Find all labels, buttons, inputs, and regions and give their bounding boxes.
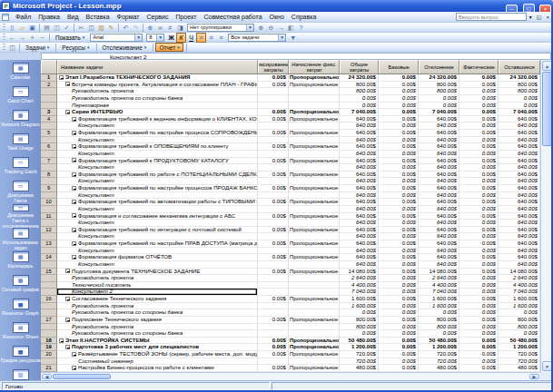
total-cost-cell[interactable]: 0.00$ <box>340 330 379 338</box>
sidebar-item-task-usage-ru[interactable]: ▤Использование задач <box>0 228 41 251</box>
fixed-cost-cell[interactable]: 0.00$ <box>258 338 289 345</box>
row-number-cell[interactable]: 13 <box>41 240 57 248</box>
fixed-cost-cell[interactable]: 0.00$ <box>258 351 289 358</box>
row-number-cell[interactable]: 20 <box>41 351 57 358</box>
fixed-cost-cell[interactable] <box>258 282 289 289</box>
accrual-cell[interactable] <box>289 309 340 317</box>
task-name-cell[interactable]: Формализация требований по интеграции с … <box>57 227 258 234</box>
rem-cost-cell[interactable]: 720.00$ <box>499 358 540 366</box>
base-cost-cell[interactable]: 0.00$ <box>379 88 419 95</box>
var-cost-cell[interactable]: 640.00$ <box>419 137 459 144</box>
base-cost-cell[interactable]: 0.00$ <box>379 82 419 89</box>
total-cost-cell[interactable]: 640.00$ <box>340 227 379 234</box>
total-cost-cell[interactable]: 24 320.00$ <box>340 74 379 82</box>
base-cost-cell[interactable]: 0.00$ <box>379 233 419 240</box>
horizontal-scrollbar[interactable]: ◀ ▶ <box>41 372 540 380</box>
var-cost-cell[interactable]: 0.00$ <box>419 330 459 338</box>
rem-cost-cell[interactable]: 640.00$ <box>499 151 540 158</box>
row-number-cell[interactable]: 16 <box>41 296 57 303</box>
toolbar-grip[interactable] <box>3 44 5 52</box>
fixed-cost-cell[interactable] <box>258 303 289 310</box>
base-cost-cell[interactable]: 0.00$ <box>379 164 419 172</box>
base-cost-cell[interactable]: 0.00$ <box>379 227 419 234</box>
fixed-cost-cell[interactable]: 0.00$ <box>258 109 289 116</box>
guide-button-tasks[interactable]: Задачи▾ <box>22 43 53 52</box>
row-number-cell[interactable] <box>41 192 57 200</box>
base-cost-cell[interactable]: 0.00$ <box>379 178 419 185</box>
row-number-cell[interactable] <box>41 330 57 338</box>
scroll-right-icon[interactable]: ▶ <box>529 374 539 379</box>
var-cost-cell[interactable]: 4 400.00$ <box>419 282 459 289</box>
base-cost-cell[interactable]: 0.00$ <box>379 309 419 317</box>
rem-cost-cell[interactable]: 640.00$ <box>499 158 540 165</box>
fact-cost-cell[interactable]: 0.00$ <box>459 213 499 220</box>
base-cost-cell[interactable]: 0.00$ <box>379 365 419 372</box>
accrual-cell[interactable] <box>289 324 340 331</box>
total-cost-cell[interactable]: 640.00$ <box>340 116 379 123</box>
row-number-cell[interactable]: 18 <box>41 338 57 345</box>
fact-cost-cell[interactable]: 0.00$ <box>459 338 499 345</box>
accrual-cell[interactable] <box>289 248 340 255</box>
sidebar-item-gantt-tracking-ru[interactable]: ▭Диаграмма Ганта с отслеживанием <box>0 204 41 228</box>
task-name-cell[interactable]: Руководитель проекта со стороны банка <box>57 95 258 103</box>
redo-icon[interactable]: ↷ <box>131 23 141 33</box>
fixed-cost-cell[interactable] <box>258 309 289 317</box>
rem-cost-cell[interactable]: 800.00$ <box>499 88 540 95</box>
rem-cost-cell[interactable]: 640.00$ <box>499 261 540 269</box>
italic-button[interactable]: К <box>176 33 186 43</box>
fixed-cost-cell[interactable] <box>258 137 289 144</box>
total-cost-cell[interactable]: 640.00$ <box>340 206 379 213</box>
task-name-cell[interactable]: Согласование Технического задания <box>57 296 258 303</box>
row-number-cell[interactable] <box>41 151 57 158</box>
accrual-cell[interactable]: Пропорциональное <box>289 185 340 192</box>
fixed-cost-cell[interactable]: 0.00$ <box>258 317 289 324</box>
accrual-cell[interactable]: Пропорциональное <box>289 338 340 345</box>
row-number-cell[interactable]: 21 <box>41 365 57 372</box>
task-name-cell[interactable]: Консультант 2 <box>57 289 258 296</box>
fixed-cost-cell[interactable] <box>258 261 289 269</box>
fact-cost-cell[interactable]: 0.00$ <box>459 317 499 324</box>
menu-item-help[interactable]: Справка <box>288 12 320 22</box>
base-cost-cell[interactable]: 0.00$ <box>379 95 419 103</box>
rem-cost-cell[interactable]: 640.00$ <box>499 248 540 255</box>
base-cost-cell[interactable]: 0.00$ <box>379 74 419 82</box>
var-cost-cell[interactable]: 640.00$ <box>419 164 459 172</box>
collapse-icon[interactable] <box>65 269 70 273</box>
rem-cost-cell[interactable]: 640.00$ <box>499 164 540 172</box>
fact-cost-cell[interactable]: 0.00$ <box>459 351 499 358</box>
base-cost-cell[interactable]: 0.00$ <box>379 109 419 116</box>
var-cost-cell[interactable]: 640.00$ <box>419 213 459 220</box>
rem-cost-cell[interactable]: 640.00$ <box>499 227 540 234</box>
fixed-cost-cell[interactable]: 0.00$ <box>258 254 289 261</box>
print-icon[interactable]: ▤ <box>42 23 52 33</box>
row-number-cell[interactable] <box>41 324 57 331</box>
rem-cost-cell[interactable]: 0.00$ <box>499 309 540 317</box>
total-cost-cell[interactable]: 480.00$ <box>340 365 379 372</box>
var-cost-cell[interactable]: 14 080.00$ <box>419 269 459 276</box>
copy-picture-icon[interactable]: ◧ <box>286 23 296 33</box>
rem-cost-cell[interactable]: 7 040.00$ <box>499 109 540 116</box>
show-button[interactable]: Показать▾ <box>53 33 87 42</box>
accrual-cell[interactable] <box>289 358 340 366</box>
var-cost-cell[interactable]: 7 040.00$ <box>419 289 459 296</box>
sidebar-item-resource-sheet[interactable]: ▤Resource Sheet <box>0 322 41 346</box>
column-header-total[interactable]: Общие затраты <box>340 60 379 74</box>
total-cost-cell[interactable]: 640.00$ <box>340 192 379 200</box>
row-number-cell[interactable]: 3 <box>41 109 57 116</box>
accrual-cell[interactable] <box>289 151 340 158</box>
task-name-cell[interactable]: Системный инженер <box>57 358 258 366</box>
base-cost-cell[interactable]: 0.00$ <box>379 137 419 144</box>
var-cost-cell[interactable]: 24 320.00$ <box>419 74 459 82</box>
horizontal-scroll-thumb[interactable] <box>53 374 111 379</box>
rem-cost-cell[interactable]: 0.00$ <box>499 95 540 103</box>
accrual-cell[interactable]: Пропорциональное <box>289 296 340 303</box>
fact-cost-cell[interactable]: 0.00$ <box>459 303 499 310</box>
column-header-name[interactable]: Название задачи <box>57 60 258 74</box>
row-number-cell[interactable]: 8 <box>41 172 57 179</box>
collapse-icon[interactable] <box>59 338 64 343</box>
rem-cost-cell[interactable]: 24 320.00$ <box>499 74 540 82</box>
var-cost-cell[interactable]: 640.00$ <box>419 116 459 123</box>
entry-field[interactable]: Консультант 2 <box>41 53 551 60</box>
total-cost-cell[interactable]: 640.00$ <box>340 122 379 130</box>
base-cost-cell[interactable]: 0.00$ <box>379 282 419 289</box>
